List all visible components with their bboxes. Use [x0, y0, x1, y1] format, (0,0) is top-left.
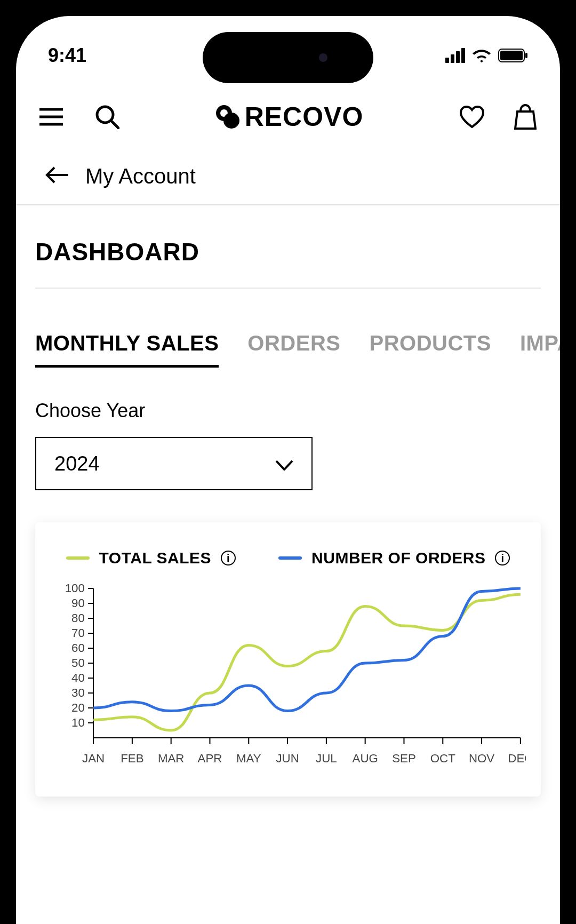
device-screen: 9:41 RE	[16, 16, 560, 924]
tabs: MONTHLY SALES ORDERS PRODUCTS IMPA	[16, 289, 560, 368]
svg-text:40: 40	[71, 671, 85, 684]
legend-item-orders: NUMBER OF ORDERS i	[278, 549, 510, 567]
chart: 102030405060708090100JANFEBMARAPRMAYJUNJ…	[50, 583, 526, 775]
svg-text:OCT: OCT	[430, 752, 456, 765]
device-notch	[203, 32, 373, 83]
breadcrumb-label: My Account	[85, 164, 196, 188]
legend-label-1: TOTAL SALES	[99, 549, 212, 567]
bag-icon[interactable]	[514, 104, 537, 130]
svg-text:JAN: JAN	[82, 752, 105, 765]
info-icon[interactable]: i	[495, 551, 510, 565]
search-icon[interactable]	[95, 105, 119, 129]
chart-card: TOTAL SALES i NUMBER OF ORDERS i 1020304…	[35, 522, 541, 796]
wifi-icon	[473, 49, 491, 62]
svg-text:90: 90	[71, 596, 85, 610]
app-header: RECOVO	[16, 75, 560, 148]
menu-icon[interactable]	[39, 107, 63, 126]
cellular-icon	[445, 48, 465, 63]
svg-text:SEP: SEP	[392, 752, 416, 765]
battery-icon	[498, 49, 528, 62]
svg-text:50: 50	[71, 656, 85, 670]
svg-text:APR: APR	[198, 752, 222, 765]
year-select[interactable]: 2024	[35, 437, 313, 490]
page-title: DASHBOARD	[16, 205, 560, 288]
svg-rect-2	[525, 53, 527, 58]
chevron-down-icon	[275, 452, 293, 475]
svg-text:JUN: JUN	[276, 752, 299, 765]
brand-name: RECOVO	[245, 101, 364, 132]
tab-orders[interactable]: ORDERS	[247, 331, 340, 368]
svg-text:80: 80	[71, 611, 85, 625]
breadcrumb[interactable]: My Account	[16, 148, 560, 205]
heart-icon[interactable]	[460, 106, 484, 128]
info-icon[interactable]: i	[221, 551, 236, 565]
svg-text:10: 10	[71, 716, 85, 729]
legend-item-total-sales: TOTAL SALES i	[66, 549, 236, 567]
legend-swatch-1	[66, 556, 90, 560]
legend-label-2: NUMBER OF ORDERS	[311, 549, 485, 567]
year-select-label: Choose Year	[35, 400, 541, 422]
svg-text:60: 60	[71, 641, 85, 655]
svg-rect-1	[500, 51, 523, 60]
back-arrow-icon[interactable]	[45, 164, 69, 188]
year-select-value: 2024	[54, 452, 100, 475]
tab-products[interactable]: PRODUCTS	[369, 331, 491, 368]
status-time: 9:41	[48, 44, 86, 67]
svg-text:NOV: NOV	[469, 752, 495, 765]
svg-text:30: 30	[71, 686, 85, 699]
brand-logo[interactable]: RECOVO	[216, 101, 364, 132]
svg-text:FEB: FEB	[121, 752, 143, 765]
tab-impact[interactable]: IMPA	[520, 331, 560, 368]
svg-text:JUL: JUL	[316, 752, 337, 765]
year-select-group: Choose Year 2024	[16, 368, 560, 490]
status-indicators	[445, 48, 528, 63]
svg-text:MAR: MAR	[158, 752, 185, 765]
legend-swatch-2	[278, 556, 302, 560]
tab-monthly-sales[interactable]: MONTHLY SALES	[35, 331, 219, 368]
device-frame: 9:41 RE	[0, 0, 576, 924]
svg-text:100: 100	[65, 583, 85, 595]
svg-text:DEC: DEC	[508, 752, 526, 765]
svg-text:20: 20	[71, 701, 85, 714]
brand-mark-icon	[216, 105, 239, 129]
svg-text:AUG: AUG	[353, 752, 378, 765]
chart-legend: TOTAL SALES i NUMBER OF ORDERS i	[50, 549, 526, 567]
svg-line-7	[111, 121, 118, 128]
svg-text:70: 70	[71, 626, 85, 640]
svg-text:MAY: MAY	[236, 752, 261, 765]
